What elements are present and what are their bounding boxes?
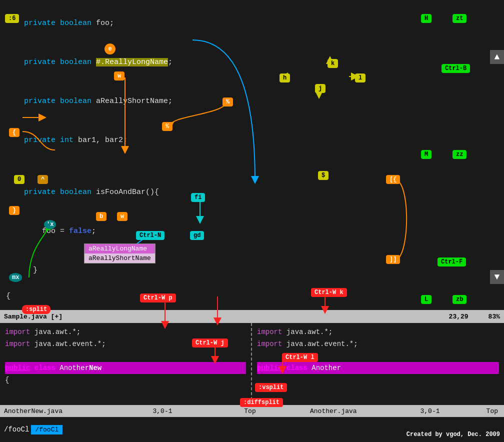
gd-badge[interactable]: gd — [190, 231, 204, 240]
split-badge[interactable]: :split — [22, 305, 50, 314]
L-badge[interactable]: L — [421, 295, 432, 304]
bottom-status-left-filename: AnotherNew.java — [0, 408, 125, 415]
pane-right[interactable]: import java.awt.*; import java.awt.event… — [252, 323, 504, 405]
cmd-highlight: /fooCl — [31, 425, 62, 434]
pane-left-line-4: public class AnotherNew — [5, 362, 246, 374]
close-brace-badge[interactable]: } — [9, 206, 20, 215]
ctrl-w-j-badge[interactable]: Ctrl-W j — [192, 338, 228, 348]
k-badge[interactable]: k — [328, 59, 338, 68]
cmd-prompt-text: /fooCl — [4, 426, 29, 434]
status-position: 23,29 — [449, 313, 468, 320]
vsplit-badge[interactable]: :vsplit — [255, 383, 287, 392]
pane-left-line-1: import java.awt.*; — [5, 326, 246, 338]
bottom-status-right-filename: Another.java — [300, 408, 400, 415]
zero-badge[interactable]: 0 — [14, 175, 24, 184]
percent1-badge[interactable]: % — [222, 98, 233, 106]
status-percent: 83% — [488, 313, 500, 320]
l-badge[interactable]: l — [355, 74, 366, 82]
b-badge[interactable]: b — [96, 212, 106, 221]
code-line-3: private boolean aReallyShortName; — [6, 82, 498, 121]
percent2-badge[interactable]: % — [162, 122, 172, 131]
open-bracket-badge[interactable]: [{ — [386, 175, 400, 184]
pane-right-line-2: import java.awt.event.*; — [257, 338, 499, 350]
credit-text: Created by vgod, Dec. 2009 — [406, 431, 500, 438]
status-filename: Sample.java [+] — [4, 313, 449, 320]
code-line-2: private boolean #.ReallyLongName; — [6, 43, 498, 82]
e-badge[interactable]: e — [104, 44, 116, 54]
ctrl-f-badge[interactable]: Ctrl-F — [438, 258, 466, 266]
split-panes: import java.awt.*; import java.awt.event… — [0, 323, 504, 405]
status-bar: Sample.java [+] 23,29 83% — [0, 310, 504, 323]
code-line-1: private boolean foo; — [6, 4, 498, 43]
bottom-status-right-scroll: Top — [460, 408, 504, 415]
scroll-down-btn[interactable]: ▼ — [490, 270, 504, 284]
fi-badge[interactable]: fi — [191, 193, 205, 202]
bottom-status-left-pos: 3,0-1 — [125, 408, 200, 415]
code-line-6: private boolean isFooAndBar(){ — [6, 173, 498, 212]
ctrl-w-l-badge[interactable]: Ctrl-W l — [282, 353, 318, 362]
h-badge[interactable]: h — [280, 74, 290, 82]
pane-left-line-3 — [5, 350, 246, 362]
zb-badge[interactable]: zb — [452, 295, 466, 304]
zt-badge[interactable]: zt — [452, 14, 466, 23]
command-bar: /fooCl /fooCl Created by vgod, Dec. 2009 — [0, 417, 504, 442]
ctrl-b-badge[interactable]: Ctrl-B — [442, 64, 470, 73]
bottom-status-left-scroll: Top — [200, 408, 300, 415]
code-line-7: foo = false; — [6, 212, 498, 251]
caret-badge[interactable]: ^ — [38, 175, 48, 184]
bottom-status-right-pos: 3,0-1 — [400, 408, 460, 415]
pane-right-line-4: public class Another — [257, 362, 499, 374]
ctrl-w-p-badge[interactable]: Ctrl-W p — [140, 294, 176, 302]
pane-right-line-1: import java.awt.*; — [257, 326, 499, 338]
j-badge[interactable]: j — [315, 84, 326, 93]
H-badge[interactable]: H — [421, 14, 432, 23]
w-badge[interactable]: w — [114, 72, 124, 80]
autocomplete-item-1[interactable]: aReallyShortName — [84, 254, 155, 263]
dollar-badge[interactable]: $ — [318, 171, 328, 180]
M-badge[interactable]: M — [421, 150, 432, 159]
open-brace-badge[interactable]: { — [9, 128, 20, 137]
autocomplete-popup[interactable]: aReallyLongName aReallyShortName — [84, 244, 156, 264]
pane-left-line-5: { — [5, 374, 246, 386]
ctrl-w-k-badge[interactable]: Ctrl-W k — [311, 288, 347, 297]
autocomplete-item-0[interactable]: aReallyLongName — [84, 244, 155, 254]
scroll-up-btn[interactable]: ▲ — [490, 50, 504, 64]
code-line-5 — [6, 160, 498, 173]
close-bracket-badge[interactable]: ]] — [386, 255, 400, 264]
line6-badge: :6 — [5, 14, 19, 23]
code-line-8: } — [6, 251, 498, 290]
pane-left[interactable]: import java.awt.*; import java.awt.event… — [0, 323, 252, 405]
w2-badge[interactable]: w — [117, 212, 128, 221]
zz-badge[interactable]: zz — [452, 150, 466, 159]
ctrl-n-badge[interactable]: Ctrl-N — [136, 231, 164, 240]
diffsplit-badge[interactable]: :diffsplit — [240, 398, 283, 407]
